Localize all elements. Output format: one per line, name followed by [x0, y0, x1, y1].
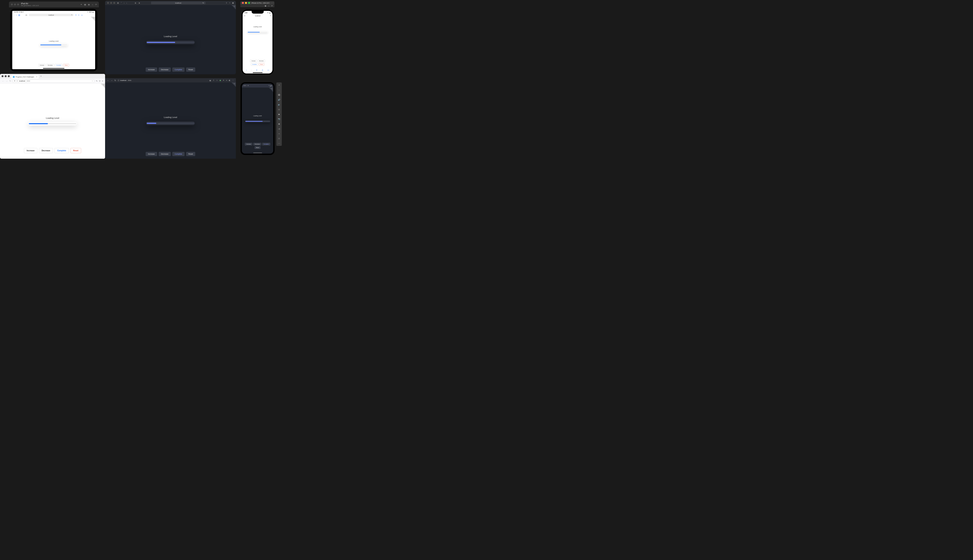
- increase-button[interactable]: Increase: [24, 148, 37, 153]
- share-icon[interactable]: ⇪: [256, 69, 257, 71]
- screenshot-icon[interactable]: ▣: [84, 3, 86, 6]
- decrease-button[interactable]: Decrease: [159, 152, 171, 156]
- back-icon[interactable]: ‹: [246, 69, 247, 71]
- increase-button[interactable]: Increase: [145, 67, 157, 72]
- share-icon[interactable]: ⇪: [226, 2, 227, 4]
- install-icon[interactable]: ⬓: [209, 79, 211, 81]
- decrease-button[interactable]: Decrease: [46, 64, 54, 67]
- volume-up-icon[interactable]: 🔊: [278, 98, 281, 101]
- browser-tab[interactable]: Progress | GUI Challenges ×: [11, 75, 39, 78]
- rotate-right-icon[interactable]: ◈: [278, 113, 281, 115]
- increase-button[interactable]: Increase: [38, 64, 45, 67]
- reset-button[interactable]: Reset: [186, 67, 196, 72]
- bookmark-star-icon[interactable]: ☆: [92, 80, 93, 82]
- dev-corner-tag[interactable]: [89, 17, 95, 23]
- extension-icon[interactable]: ⚲: [99, 80, 100, 82]
- sidebar-icon[interactable]: ▥: [18, 14, 20, 16]
- tabs-icon[interactable]: ▭: [81, 14, 83, 16]
- dev-corner-tag[interactable]: [99, 83, 105, 90]
- screenshot-icon[interactable]: ▣: [265, 5, 266, 7]
- rotate-icon[interactable]: ⟳: [95, 3, 97, 6]
- complete-button[interactable]: Complete: [55, 148, 69, 153]
- reading-list-icon[interactable]: ≡: [226, 79, 227, 81]
- back-icon[interactable]: ←: [107, 79, 109, 82]
- rotate-icon[interactable]: ⟳: [271, 5, 273, 7]
- new-tab-icon[interactable]: +: [78, 14, 79, 16]
- decrease-button[interactable]: Decrease: [159, 67, 171, 72]
- home-icon[interactable]: ⌂: [268, 5, 269, 7]
- increase-button[interactable]: Increase: [145, 152, 157, 156]
- bookmarks-icon[interactable]: ▯: [262, 69, 263, 71]
- home-icon[interactable]: ○: [278, 132, 281, 135]
- eyedropper-icon[interactable]: ✎: [96, 80, 97, 82]
- dev-corner-tag[interactable]: [230, 5, 236, 11]
- volume-down-icon[interactable]: 🔉: [278, 103, 281, 106]
- url-field[interactable]: localhost ↻: [151, 2, 206, 4]
- window-traffic-lights[interactable]: [2, 75, 10, 77]
- zoom-icon[interactable]: ⊕: [278, 122, 281, 125]
- menu-icon[interactable]: ≡: [102, 80, 103, 82]
- complete-button[interactable]: Complete: [55, 64, 63, 67]
- home-icon[interactable]: ⌂: [92, 3, 93, 6]
- back-icon[interactable]: ‹: [124, 2, 124, 4]
- shield-icon[interactable]: ⛨: [14, 80, 15, 82]
- power-icon[interactable]: ⏻: [278, 93, 281, 96]
- url-field[interactable]: localhost ↻: [29, 14, 74, 16]
- decrease-button[interactable]: Decrease: [257, 60, 265, 62]
- close-tab-icon[interactable]: ×: [36, 76, 37, 78]
- decrease-button[interactable]: Decrease: [39, 148, 53, 153]
- new-tab-icon[interactable]: +: [229, 2, 230, 4]
- back-icon[interactable]: ←: [2, 80, 4, 82]
- chevron-down-icon[interactable]: ˅: [121, 2, 122, 4]
- forward-icon[interactable]: ›: [126, 2, 127, 4]
- complete-button[interactable]: Complete: [262, 143, 270, 145]
- camera-icon[interactable]: 📷: [278, 118, 281, 120]
- menu-icon[interactable]: ⋮: [232, 79, 234, 81]
- decrease-button[interactable]: Decrease: [253, 143, 261, 145]
- dev-corner-tag[interactable]: [267, 88, 273, 94]
- url-field[interactable]: ⓘ localhost:3000: [118, 79, 207, 82]
- rotate-left-icon[interactable]: ◇: [278, 108, 281, 111]
- reload-icon[interactable]: ↻: [202, 2, 204, 4]
- record-icon[interactable]: ◉: [88, 3, 90, 6]
- share-icon[interactable]: ⇪: [213, 79, 214, 81]
- bookmark-star-icon[interactable]: ☆: [216, 79, 218, 81]
- sparkle-icon[interactable]: ✦: [80, 3, 82, 6]
- overview-icon[interactable]: □: [278, 137, 281, 140]
- reader-aa-icon[interactable]: AA: [244, 15, 246, 16]
- reset-button[interactable]: Reset: [259, 63, 264, 66]
- reload-icon[interactable]: ↻: [114, 79, 116, 82]
- privacy-icon[interactable]: ◑: [138, 2, 140, 4]
- tabs-icon[interactable]: ▭: [267, 69, 269, 71]
- home-indicator[interactable]: [43, 68, 64, 68]
- share-icon[interactable]: ⇪: [75, 14, 77, 16]
- complete-button[interactable]: Complete: [172, 152, 185, 156]
- url-field[interactable]: ⛨ 🗋 localhost:3000 ☆: [13, 80, 94, 83]
- nav-bar[interactable]: [253, 153, 262, 153]
- reload-icon[interactable]: ↻: [71, 14, 72, 16]
- forward-icon[interactable]: →: [111, 79, 113, 82]
- close-icon[interactable]: ✕: [278, 83, 281, 86]
- increase-button[interactable]: Increase: [245, 143, 252, 145]
- reload-icon[interactable]: ↻: [270, 15, 271, 17]
- shield-icon[interactable]: ◐: [135, 2, 136, 4]
- minimize-icon[interactable]: –: [278, 88, 281, 91]
- forward-icon[interactable]: →: [6, 80, 8, 82]
- reset-button[interactable]: Reset: [254, 146, 261, 149]
- back-icon[interactable]: ‹: [14, 14, 14, 16]
- window-traffic-lights[interactable]: [11, 3, 19, 5]
- profile-icon[interactable]: ◐: [229, 79, 231, 81]
- more-icon[interactable]: ⋯: [278, 142, 281, 145]
- back-icon[interactable]: ◁: [278, 127, 281, 130]
- reload-icon[interactable]: ↻: [9, 80, 11, 82]
- tabs-icon[interactable]: ▦: [232, 2, 234, 4]
- window-traffic-lights[interactable]: [107, 2, 115, 4]
- forward-icon[interactable]: ›: [16, 14, 17, 16]
- reset-button[interactable]: Reset: [186, 152, 196, 156]
- increase-button[interactable]: Increase: [250, 60, 257, 62]
- complete-button[interactable]: Complete: [172, 67, 185, 72]
- window-traffic-lights[interactable]: [242, 2, 250, 4]
- extensions-icon[interactable]: ✦: [223, 79, 224, 81]
- extension-icon[interactable]: ◉: [219, 79, 221, 81]
- reader-aa-icon[interactable]: AA: [25, 14, 27, 16]
